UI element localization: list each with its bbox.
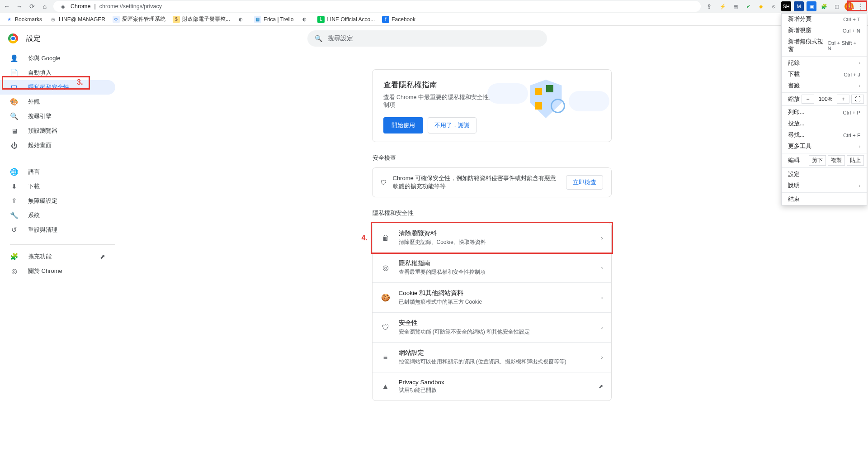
zoom-out-button[interactable]: − (802, 95, 814, 104)
bookmark-label: Facebook (392, 16, 415, 23)
extensions-icon[interactable]: 🧩 (819, 1, 829, 11)
menu-bookmarks[interactable]: 書籤› (782, 80, 867, 91)
menu-history[interactable]: 記錄› (782, 57, 867, 69)
guide-start-button[interactable]: 開始使用 (383, 117, 423, 134)
zoom-in-button[interactable]: + (837, 95, 849, 104)
share-icon[interactable]: ⇪ (705, 2, 713, 10)
bookmark-label: 愛匠案件管理系統 (122, 15, 165, 23)
menu-new-window[interactable]: 新增視窗Ctrl + N (782, 25, 867, 36)
bookmark-item[interactable]: fFacebook (382, 16, 415, 23)
sidebar-label: 隱私權和安全性 (28, 83, 69, 91)
safety-check-button[interactable]: 立即檢查 (566, 175, 603, 190)
row-icon: 🛡 (381, 324, 391, 332)
menu-help[interactable]: 說明› (782, 180, 867, 191)
favicon-icon: ⚙ (113, 16, 120, 23)
bookmark-item[interactable]: ★Bookmarks (5, 16, 42, 23)
site-info-icon[interactable]: ◈ (59, 2, 67, 10)
sidebar-item[interactable]: 🎨外觀 (0, 95, 115, 109)
bookmark-item[interactable]: ◐ (237, 16, 247, 23)
ext-icon[interactable]: ◆ (756, 1, 766, 11)
sidebar-icon: 🔍 (10, 112, 18, 120)
bookmark-label: LINE@ MANAGER (59, 16, 105, 23)
privacy-row[interactable]: 🗑 清除瀏覽資料 清除歷史記錄、Cookie、快取等資料 › (373, 223, 611, 253)
bookmark-item[interactable]: ◎LINE@ MANAGER (49, 16, 105, 23)
privacy-row[interactable]: ▲ Privacy Sandbox 試用功能已開啟 ⬈ (373, 372, 611, 401)
safety-check-text: Chrome 可確保安全性，例如防範資料侵害事件或封鎖含有惡意軟體的擴充功能等等 (393, 174, 560, 191)
sidepanel-icon[interactable]: ◫ (832, 1, 842, 11)
sidebar-item[interactable]: 🧩擴充功能⬈ (0, 249, 115, 264)
chevron-right-icon: › (601, 235, 603, 241)
sidebar-item[interactable]: ↺重設與清理 (0, 223, 115, 237)
sidebar-item[interactable]: 🖥預設瀏覽器 (0, 124, 115, 138)
edit-cut-button[interactable]: 剪下 (809, 155, 826, 166)
guide-dismiss-button[interactable]: 不用了，謝謝 (428, 117, 476, 134)
home-icon[interactable]: ⌂ (41, 2, 49, 10)
ext-icon[interactable]: ⎋ (769, 1, 778, 11)
menu-print[interactable]: 列印...Ctrl + P (782, 107, 867, 118)
forward-icon[interactable]: → (15, 2, 24, 10)
menu-new-tab[interactable]: 新增分頁Ctrl + T (782, 14, 867, 25)
sidebar-item[interactable]: 👤你與 Google (0, 51, 115, 66)
sidebar-item[interactable]: 🌐語言 (0, 165, 115, 179)
extension-tray: ⚡ ▤ ✔ ◆ ⎋ SH M ▣ 🧩 ◫ 😊 ⋮ (718, 1, 865, 11)
privacy-row[interactable]: ◎ 隱私權指南 查看最重要的隱私權和安全性控制項 › (373, 253, 611, 282)
ext-icon[interactable]: M (794, 1, 804, 11)
bookmark-item[interactable]: ⚙愛匠案件管理系統 (113, 15, 165, 23)
sidebar-item[interactable]: 🛡隱私權和安全性 (0, 80, 115, 95)
privacy-row[interactable]: 🍪 Cookie 和其他網站資料 已封鎖無痕模式中的第三方 Cookie › (373, 282, 611, 312)
sidebar-label: 自動填入 (28, 69, 52, 77)
privacy-row[interactable]: ≡ 網站設定 控管網站可以使用和顯示的資訊 (位置資訊、攝影機和彈出式視窗等等)… (373, 342, 611, 372)
menu-more-tools[interactable]: 更多工具› (782, 141, 867, 152)
sidebar-item[interactable]: ⏻起始畫面 (0, 138, 115, 153)
sidebar-item[interactable]: 🔍搜尋引擎 (0, 109, 115, 124)
search-settings[interactable]: 🔍 搜尋設定 (307, 30, 547, 47)
profile-avatar[interactable]: 😊 (844, 2, 854, 11)
sidebar-icon: 🛡 (10, 84, 18, 91)
search-placeholder: 搜尋設定 (328, 34, 353, 43)
row-subtitle: 已封鎖無痕模式中的第三方 Cookie (399, 298, 593, 306)
row-subtitle: 清除歷史記錄、Cookie、快取等資料 (399, 238, 593, 246)
sidebar-item[interactable]: ⇧無障礙設定 (0, 194, 115, 208)
ext-icon[interactable]: ✔ (743, 1, 753, 11)
ext-icon[interactable]: SH (781, 1, 791, 11)
menu-exit[interactable]: 結束 (782, 194, 867, 205)
bookmark-item[interactable]: $財政部電子發票整... (173, 15, 230, 23)
row-icon: 🍪 (381, 293, 391, 302)
sidebar-icon: 🎨 (10, 98, 18, 106)
favicon-icon: ★ (5, 16, 13, 23)
favicon-icon: ◐ (237, 16, 245, 23)
sidebar-item[interactable]: 🔧系統 (0, 208, 115, 223)
row-title: 安全性 (399, 319, 593, 327)
edit-copy-button[interactable]: 複製 (828, 155, 845, 166)
sidebar-item[interactable]: ◎關於 Chrome (0, 264, 115, 278)
browser-toolbar: ← → ⟳ ⌂ ◈ Chrome | chrome://settings/pri… (0, 0, 868, 13)
menu-incognito[interactable]: 新增無痕式視窗Ctrl + Shift + N (782, 36, 867, 55)
sidebar-item[interactable]: ⬇下載 (0, 179, 115, 194)
settings-header: 設定 🔍 搜尋設定 (0, 26, 868, 51)
bookmark-item[interactable]: ◐ (301, 16, 310, 23)
fullscreen-button[interactable]: ⛶ (851, 95, 864, 104)
privacy-row[interactable]: 🛡 安全性 安全瀏覽功能 (可防範不安全的網站) 和其他安全性設定 › (373, 312, 611, 342)
chrome-menu-button[interactable]: ⋮ (856, 2, 865, 11)
bookmark-item[interactable]: ▦Erica | Trello (254, 16, 293, 23)
menu-downloads[interactable]: 下載Ctrl + J (782, 69, 867, 80)
ext-icon[interactable]: ▣ (807, 1, 816, 11)
ext-icon[interactable]: ▤ (731, 1, 741, 11)
sidebar-item[interactable]: 📄自動填入 (0, 66, 115, 80)
address-bar[interactable]: ◈ Chrome | chrome://settings/privacy (53, 1, 701, 12)
bookmark-label: LINE Official Acco... (327, 16, 375, 23)
sidebar-icon: ⇧ (10, 197, 18, 205)
privacy-list: 🗑 清除瀏覽資料 清除歷史記錄、Cookie、快取等資料 ›◎ 隱私權指南 查看… (372, 223, 612, 401)
sidebar-label: 搜尋引擎 (28, 112, 52, 120)
row-subtitle: 查看最重要的隱私權和安全性控制項 (399, 268, 593, 276)
shield-check-icon: 🛡 (381, 179, 387, 186)
bookmark-label: Bookmarks (15, 16, 42, 23)
edit-paste-button[interactable]: 貼上 (847, 155, 864, 166)
menu-cast[interactable]: 投放... (782, 118, 867, 129)
bookmark-item[interactable]: LLINE Official Acco... (317, 16, 375, 23)
menu-settings[interactable]: 設定 (782, 169, 867, 180)
menu-find[interactable]: 尋找...Ctrl + F (782, 129, 867, 141)
ext-icon[interactable]: ⚡ (718, 1, 728, 11)
back-icon[interactable]: ← (3, 2, 11, 10)
reload-icon[interactable]: ⟳ (28, 2, 36, 10)
